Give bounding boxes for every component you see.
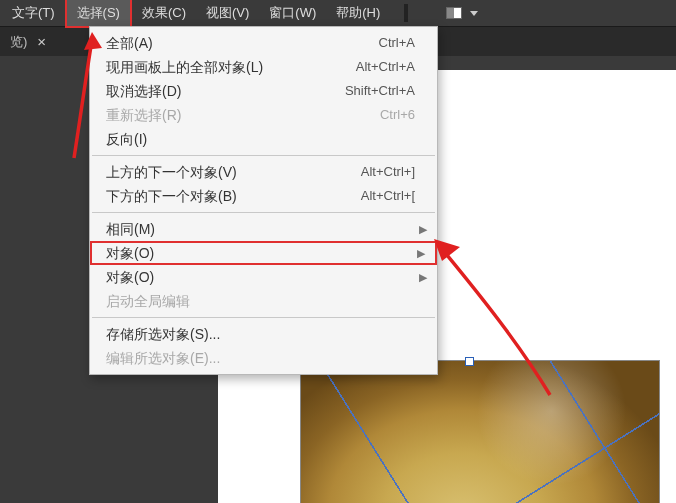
menu-item-edit-selection: 编辑所选对象(E)... (90, 346, 437, 370)
menu-effect[interactable]: 效果(C) (132, 0, 196, 26)
menu-item-all[interactable]: 全部(A) Ctrl+A (90, 31, 437, 55)
menu-item-deselect[interactable]: 取消选择(D) Shift+Ctrl+A (90, 79, 437, 103)
menu-item-same[interactable]: 相同(M) ▶ (90, 217, 437, 241)
menubar-divider (404, 4, 408, 22)
chevron-right-icon: ▶ (419, 220, 427, 238)
menu-separator (92, 317, 435, 318)
menu-help[interactable]: 帮助(H) (326, 0, 390, 26)
menu-text[interactable]: 文字(T) (2, 0, 65, 26)
menu-item-reselect: 重新选择(R) Ctrl+6 (90, 103, 437, 127)
menu-item-object[interactable]: 对象(O) ▶ (90, 265, 437, 289)
menu-item-all-artboard[interactable]: 现用画板上的全部对象(L) Alt+Ctrl+A (90, 55, 437, 79)
menu-separator (92, 212, 435, 213)
menu-item-save-selection[interactable]: 存储所选对象(S)... (90, 322, 437, 346)
menu-item-global-edit: 启动全局编辑 (90, 289, 437, 313)
workspace-swatch-icon[interactable] (446, 7, 462, 19)
workspace-caret-icon[interactable] (470, 11, 478, 16)
menu-item-inverse[interactable]: 反向(I) (90, 127, 437, 151)
tab-label: 览) (10, 33, 27, 51)
menu-select[interactable]: 选择(S) (65, 0, 132, 28)
document-tab[interactable]: 览) × (0, 27, 58, 57)
selection-handle[interactable] (465, 357, 474, 366)
menu-separator (92, 155, 435, 156)
menu-item-next-below[interactable]: 下方的下一个对象(B) Alt+Ctrl+[ (90, 184, 437, 208)
chevron-right-icon: ▶ (417, 244, 425, 262)
menu-view[interactable]: 视图(V) (196, 0, 259, 26)
close-icon[interactable]: × (35, 33, 48, 50)
menu-item-next-above[interactable]: 上方的下一个对象(V) Alt+Ctrl+] (90, 160, 437, 184)
placed-image[interactable] (300, 360, 660, 503)
chevron-right-icon: ▶ (419, 268, 427, 286)
select-menu-dropdown: 全部(A) Ctrl+A 现用画板上的全部对象(L) Alt+Ctrl+A 取消… (89, 26, 438, 375)
menu-item-object-highlighted[interactable]: 对象(O) ▶ (90, 241, 437, 265)
menu-window[interactable]: 窗口(W) (259, 0, 326, 26)
